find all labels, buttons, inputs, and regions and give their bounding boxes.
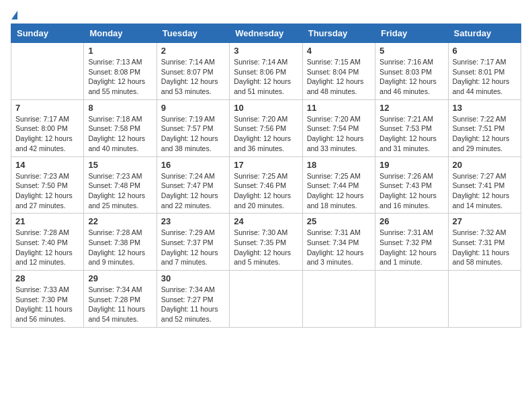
day-number: 11 <box>307 103 371 113</box>
day-number: 25 <box>307 216 371 226</box>
calendar-cell: 27Sunrise: 7:32 AM Sunset: 7:31 PM Dayli… <box>448 214 521 271</box>
cell-info: Sunrise: 7:17 AM Sunset: 8:00 PM Dayligh… <box>15 114 79 154</box>
day-number: 7 <box>15 103 79 113</box>
cell-info: Sunrise: 7:31 AM Sunset: 7:34 PM Dayligh… <box>307 228 371 267</box>
cell-info: Sunrise: 7:28 AM Sunset: 7:40 PM Dayligh… <box>15 228 79 267</box>
weekday-header: Thursday <box>302 24 375 43</box>
cell-info: Sunrise: 7:20 AM Sunset: 7:54 PM Dayligh… <box>307 114 371 154</box>
calendar-week-row: 21Sunrise: 7:28 AM Sunset: 7:40 PM Dayli… <box>11 214 521 271</box>
logo <box>11 11 17 18</box>
weekday-header: Monday <box>84 24 157 43</box>
calendar-cell: 20Sunrise: 7:27 AM Sunset: 7:41 PM Dayli… <box>448 156 521 214</box>
calendar-cell: 4Sunrise: 7:15 AM Sunset: 8:04 PM Daylig… <box>302 43 375 100</box>
cell-info: Sunrise: 7:26 AM Sunset: 7:43 PM Dayligh… <box>380 171 443 211</box>
day-number: 20 <box>453 160 517 170</box>
cell-info: Sunrise: 7:33 AM Sunset: 7:30 PM Dayligh… <box>15 285 79 324</box>
cell-info: Sunrise: 7:13 AM Sunset: 8:08 PM Dayligh… <box>88 57 152 97</box>
day-number: 4 <box>307 46 371 56</box>
calendar-cell: 3Sunrise: 7:14 AM Sunset: 8:06 PM Daylig… <box>230 43 302 100</box>
cell-info: Sunrise: 7:32 AM Sunset: 7:31 PM Dayligh… <box>453 228 517 267</box>
day-number: 14 <box>15 160 79 170</box>
day-number: 9 <box>161 103 225 113</box>
weekday-header: Saturday <box>448 24 521 43</box>
calendar-cell: 11Sunrise: 7:20 AM Sunset: 7:54 PM Dayli… <box>302 99 375 156</box>
cell-info: Sunrise: 7:17 AM Sunset: 8:01 PM Dayligh… <box>453 57 517 97</box>
calendar-cell: 18Sunrise: 7:25 AM Sunset: 7:44 PM Dayli… <box>302 156 375 214</box>
calendar-week-row: 7Sunrise: 7:17 AM Sunset: 8:00 PM Daylig… <box>11 99 521 156</box>
calendar-week-row: 1Sunrise: 7:13 AM Sunset: 8:08 PM Daylig… <box>11 43 521 100</box>
calendar-cell: 9Sunrise: 7:19 AM Sunset: 7:57 PM Daylig… <box>157 99 229 156</box>
calendar-cell: 30Sunrise: 7:34 AM Sunset: 7:27 PM Dayli… <box>157 271 229 328</box>
calendar-week-row: 14Sunrise: 7:23 AM Sunset: 7:50 PM Dayli… <box>11 156 521 214</box>
day-number: 18 <box>307 160 371 170</box>
day-number: 27 <box>453 216 517 226</box>
cell-info: Sunrise: 7:25 AM Sunset: 7:44 PM Dayligh… <box>307 171 371 211</box>
calendar-cell <box>230 271 302 328</box>
calendar-cell: 5Sunrise: 7:16 AM Sunset: 8:03 PM Daylig… <box>375 43 448 100</box>
cell-info: Sunrise: 7:30 AM Sunset: 7:35 PM Dayligh… <box>234 228 298 267</box>
cell-info: Sunrise: 7:21 AM Sunset: 7:53 PM Dayligh… <box>380 114 443 154</box>
day-number: 12 <box>380 103 443 113</box>
cell-info: Sunrise: 7:34 AM Sunset: 7:28 PM Dayligh… <box>88 285 152 324</box>
header <box>11 11 521 18</box>
weekday-header: Wednesday <box>230 24 302 43</box>
calendar-cell: 19Sunrise: 7:26 AM Sunset: 7:43 PM Dayli… <box>375 156 448 214</box>
calendar-cell: 10Sunrise: 7:20 AM Sunset: 7:56 PM Dayli… <box>230 99 302 156</box>
day-number: 21 <box>15 216 79 226</box>
cell-info: Sunrise: 7:19 AM Sunset: 7:57 PM Dayligh… <box>161 114 225 154</box>
cell-info: Sunrise: 7:15 AM Sunset: 8:04 PM Dayligh… <box>307 57 371 97</box>
day-number: 28 <box>15 273 79 283</box>
cell-info: Sunrise: 7:23 AM Sunset: 7:50 PM Dayligh… <box>15 171 79 211</box>
day-number: 24 <box>234 216 298 226</box>
cell-info: Sunrise: 7:29 AM Sunset: 7:37 PM Dayligh… <box>161 228 225 267</box>
day-number: 29 <box>88 273 152 283</box>
calendar-cell <box>302 271 375 328</box>
calendar-cell: 22Sunrise: 7:28 AM Sunset: 7:38 PM Dayli… <box>84 214 157 271</box>
day-number: 30 <box>161 273 225 283</box>
calendar-cell: 12Sunrise: 7:21 AM Sunset: 7:53 PM Dayli… <box>375 99 448 156</box>
day-number: 15 <box>88 160 152 170</box>
day-number: 17 <box>234 160 298 170</box>
calendar-cell: 15Sunrise: 7:23 AM Sunset: 7:48 PM Dayli… <box>84 156 157 214</box>
calendar-cell: 2Sunrise: 7:14 AM Sunset: 8:07 PM Daylig… <box>157 43 229 100</box>
calendar-cell: 23Sunrise: 7:29 AM Sunset: 7:37 PM Dayli… <box>157 214 229 271</box>
calendar-cell: 7Sunrise: 7:17 AM Sunset: 8:00 PM Daylig… <box>11 99 84 156</box>
cell-info: Sunrise: 7:18 AM Sunset: 7:58 PM Dayligh… <box>88 114 152 154</box>
cell-info: Sunrise: 7:24 AM Sunset: 7:47 PM Dayligh… <box>161 171 225 211</box>
day-number: 5 <box>380 46 443 56</box>
calendar-cell: 17Sunrise: 7:25 AM Sunset: 7:46 PM Dayli… <box>230 156 302 214</box>
day-number: 10 <box>234 103 298 113</box>
day-number: 8 <box>88 103 152 113</box>
calendar-cell: 24Sunrise: 7:30 AM Sunset: 7:35 PM Dayli… <box>230 214 302 271</box>
calendar-cell: 25Sunrise: 7:31 AM Sunset: 7:34 PM Dayli… <box>302 214 375 271</box>
calendar-cell: 21Sunrise: 7:28 AM Sunset: 7:40 PM Dayli… <box>11 214 84 271</box>
weekday-header: Friday <box>375 24 448 43</box>
day-number: 23 <box>161 216 225 226</box>
cell-info: Sunrise: 7:23 AM Sunset: 7:48 PM Dayligh… <box>88 171 152 211</box>
calendar-cell <box>11 43 84 100</box>
day-number: 22 <box>88 216 152 226</box>
weekday-header: Sunday <box>11 24 84 43</box>
cell-info: Sunrise: 7:31 AM Sunset: 7:32 PM Dayligh… <box>380 228 443 267</box>
calendar-cell: 16Sunrise: 7:24 AM Sunset: 7:47 PM Dayli… <box>157 156 229 214</box>
cell-info: Sunrise: 7:22 AM Sunset: 7:51 PM Dayligh… <box>453 114 517 154</box>
weekday-header: Tuesday <box>157 24 229 43</box>
cell-info: Sunrise: 7:28 AM Sunset: 7:38 PM Dayligh… <box>88 228 152 267</box>
calendar-table: SundayMondayTuesdayWednesdayThursdayFrid… <box>11 24 521 328</box>
cell-info: Sunrise: 7:16 AM Sunset: 8:03 PM Dayligh… <box>380 57 443 97</box>
cell-info: Sunrise: 7:14 AM Sunset: 8:06 PM Dayligh… <box>234 57 298 97</box>
day-number: 6 <box>453 46 517 56</box>
cell-info: Sunrise: 7:34 AM Sunset: 7:27 PM Dayligh… <box>161 285 225 324</box>
calendar-week-row: 28Sunrise: 7:33 AM Sunset: 7:30 PM Dayli… <box>11 271 521 328</box>
calendar-cell: 6Sunrise: 7:17 AM Sunset: 8:01 PM Daylig… <box>448 43 521 100</box>
day-number: 16 <box>161 160 225 170</box>
calendar-cell: 14Sunrise: 7:23 AM Sunset: 7:50 PM Dayli… <box>11 156 84 214</box>
calendar-cell: 1Sunrise: 7:13 AM Sunset: 8:08 PM Daylig… <box>84 43 157 100</box>
day-number: 26 <box>380 216 443 226</box>
day-number: 1 <box>88 46 152 56</box>
cell-info: Sunrise: 7:14 AM Sunset: 8:07 PM Dayligh… <box>161 57 225 97</box>
day-number: 13 <box>453 103 517 113</box>
day-number: 2 <box>161 46 225 56</box>
calendar-cell <box>375 271 448 328</box>
day-number: 3 <box>234 46 298 56</box>
